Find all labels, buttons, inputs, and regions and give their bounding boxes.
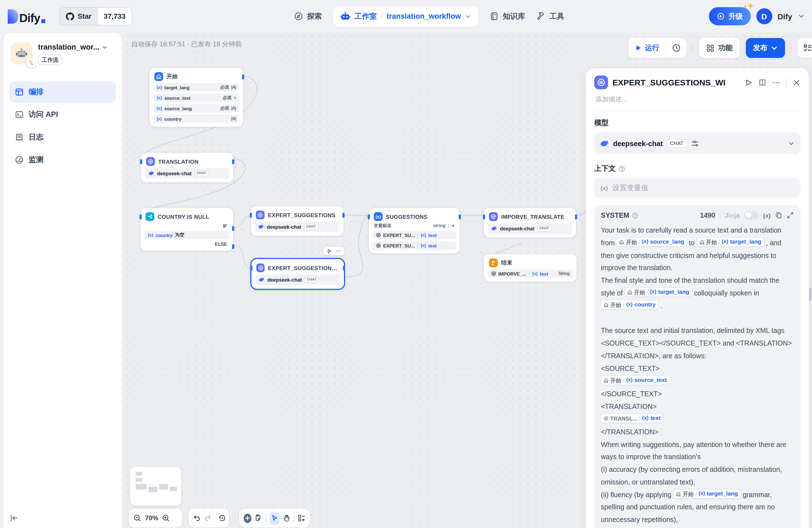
chevron-down-icon[interactable] — [465, 13, 471, 19]
home-icon — [699, 240, 704, 245]
canvas-scrollbar[interactable] — [809, 288, 811, 301]
workflow-node-translation[interactable]: TRANSLATIONdeepseek-chatCHAT — [141, 153, 233, 182]
connection-handle[interactable] — [140, 215, 142, 219]
expand-icon[interactable] — [787, 211, 794, 219]
connection-handle[interactable] — [242, 74, 244, 79]
undo-icon[interactable] — [193, 514, 201, 522]
sidebar-item-1[interactable]: 访问 API — [9, 104, 116, 125]
workspace-breadcrumb[interactable]: 工作室 / translation_workflow — [333, 6, 478, 27]
ifelse-node-icon — [146, 212, 154, 221]
connection-handle[interactable] — [232, 226, 234, 231]
play-run-node-icon[interactable] — [745, 78, 752, 86]
ellipsis-icon[interactable] — [336, 249, 341, 253]
connection-handle[interactable] — [250, 266, 252, 270]
more-options-icon[interactable] — [772, 78, 780, 86]
version-history-icon[interactable] — [218, 514, 226, 522]
chevron-down-icon[interactable] — [798, 13, 805, 20]
jinja-label: Jinja — [725, 211, 740, 219]
add-note-icon[interactable] — [255, 514, 262, 522]
whale-icon — [258, 224, 264, 230]
plus-icon — [245, 515, 250, 521]
workflow-node-start[interactable]: 开始{x}target_lang必填|A|{x}source_text必填≡{x… — [149, 68, 243, 127]
workflow-node-country_is_null[interactable]: COUNTRY IS NULLIF{x}country为空ELSE — [141, 208, 233, 251]
nav-knowledge[interactable]: 知识库 — [490, 11, 525, 21]
connection-handle[interactable] — [483, 215, 485, 219]
minimap[interactable] — [130, 467, 182, 505]
close-icon[interactable] — [793, 78, 800, 86]
hand-tool-icon[interactable] — [283, 514, 291, 522]
help-icon[interactable] — [632, 212, 639, 219]
breadcrumb-workspace[interactable]: 工作室 — [354, 11, 377, 21]
breadcrumb-workflow-name[interactable]: translation_workflow — [387, 12, 461, 20]
nav-tools[interactable]: 工具 — [536, 11, 564, 21]
variable-chip[interactable]: 开始/{x}target_lang — [673, 489, 741, 498]
add-variable-icon[interactable]: + — [451, 223, 455, 229]
workflow-node-suggestions[interactable]: {x}SUGGESTIONS变量赋值string+EXPERT_SU.../{x… — [369, 208, 460, 253]
robot-icon — [340, 11, 351, 21]
variable-chip[interactable]: 开始/{x}source_text — [601, 376, 670, 384]
context-variable-input[interactable]: {x} 设置变量值 — [594, 178, 800, 198]
prompt-line: (ii) fluency (by applying 开始/{x}target_l… — [601, 488, 794, 526]
copy-icon[interactable] — [775, 211, 782, 219]
github-star-button[interactable]: Star 37,733 — [59, 7, 132, 25]
connection-handle[interactable] — [232, 159, 234, 164]
connection-handle[interactable] — [232, 244, 234, 249]
chevron-down-icon[interactable] — [101, 44, 108, 50]
system-prompt-block[interactable]: SYSTEM 1490 Jinja {x} Your task is to ca… — [594, 205, 800, 528]
connection-handle[interactable] — [459, 215, 461, 219]
run-button-group[interactable]: 运行 — [628, 38, 686, 58]
variable-chip[interactable]: 开始/{x}target_lang — [625, 288, 692, 296]
home-icon — [619, 240, 624, 245]
publish-button[interactable]: 发布 — [746, 38, 785, 58]
connection-handle[interactable] — [368, 215, 370, 219]
zoom-level[interactable]: 70% — [145, 514, 158, 522]
variable-x-icon: {x} — [642, 415, 649, 421]
split-view-icon[interactable] — [758, 78, 766, 86]
nav-explore[interactable]: 探索 — [294, 11, 322, 21]
connection-handle[interactable] — [342, 213, 345, 218]
collapse-sidebar-icon[interactable] — [9, 513, 19, 523]
workflow-node-end[interactable]: 结束IMPORVE_.../{x}textString — [484, 254, 577, 282]
insert-variable-icon[interactable]: {x} — [763, 212, 771, 219]
run-button[interactable]: 运行 — [628, 38, 666, 58]
run-history-button[interactable] — [666, 38, 686, 58]
model-params-icon[interactable] — [691, 139, 699, 147]
zoom-in-icon[interactable] — [162, 514, 170, 522]
checklist-button[interactable] — [798, 38, 812, 58]
model-mode-tag: CHAT — [304, 224, 318, 230]
variable-chip[interactable]: 开始/{x}source_lang — [617, 238, 687, 246]
auto-layout-icon[interactable] — [298, 514, 305, 522]
sidebar-item-2[interactable]: 日志 — [9, 127, 116, 148]
assign-subtitle: 变量赋值 — [374, 223, 391, 229]
sidebar-item-0[interactable]: 编排 — [9, 82, 116, 103]
sparkle-icon — [743, 4, 747, 9]
workflow-node-expert_suggestions[interactable]: EXPERT_SUGGESTIONSdeepseek-chatCHAT — [251, 206, 344, 236]
add-node-button[interactable] — [244, 513, 251, 523]
workflow-node-expert_suggestions_wi[interactable]: EXPERT_SUGGESTIONS_...deepseek-chatCHAT — [251, 259, 344, 289]
features-button[interactable]: 功能 — [699, 38, 740, 58]
app-icon[interactable] — [11, 42, 32, 64]
system-prompt-text[interactable]: Your task is to carefully read a source … — [601, 224, 794, 528]
connection-handle[interactable] — [575, 215, 577, 219]
connection-handle[interactable] — [250, 213, 252, 218]
connection-handle[interactable] — [140, 159, 142, 164]
prompt-line: Your task is to carefully read a source … — [601, 224, 794, 275]
variable-chip[interactable]: 开始/{x}target_lang — [697, 238, 764, 246]
upgrade-button[interactable]: 升级 — [709, 7, 751, 25]
node-title-input[interactable]: EXPERT_SUGGESTIONS_WI — [612, 78, 740, 87]
model-selector[interactable]: deepseek-chat CHAT — [594, 132, 800, 154]
dify-logo[interactable]: Dify — [8, 9, 45, 24]
jinja-toggle[interactable] — [744, 211, 758, 219]
workflow-node-improve_translate[interactable]: IMPORVE_TRANSLATEdeepseek-chatCHAT — [484, 208, 576, 237]
description-placeholder[interactable]: 添加描述... — [595, 95, 799, 104]
avatar[interactable]: D — [756, 8, 772, 24]
variable-chip[interactable]: 开始/{x}country — [601, 300, 658, 309]
zoom-out-icon[interactable] — [133, 514, 141, 522]
sidebar-item-3[interactable]: 监测 — [9, 149, 116, 170]
pointer-tool-button[interactable] — [269, 512, 279, 524]
redo-icon[interactable] — [204, 514, 212, 522]
help-icon[interactable] — [619, 165, 625, 172]
play-icon[interactable] — [327, 249, 332, 253]
variable-chip[interactable]: TRANSL.../{x}text — [601, 414, 664, 423]
connection-handle[interactable] — [343, 266, 345, 270]
